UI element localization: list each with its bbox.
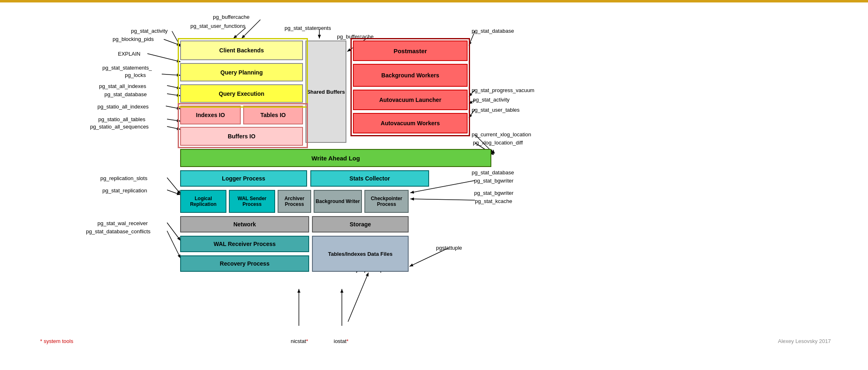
label-pg-stat-activity-left: pg_stat_activity [131, 28, 168, 34]
recovery-box: Recovery Process [180, 255, 309, 272]
shared-buffers-box: Shared Buffers [305, 41, 346, 143]
svg-line-12 [167, 119, 181, 121]
footer-author: Alexey Lesovsky 2017 [778, 338, 831, 344]
wal-sender-box: WAL Sender Process [229, 190, 275, 213]
svg-line-9 [167, 86, 181, 88]
autovac-launcher-label: Autovacuum Launcher [379, 97, 441, 103]
wal-label: Write Ahead Log [312, 155, 360, 162]
client-backends-box: Client Backends [180, 41, 303, 60]
label-pg-stat-kcache: pg_stat_kcache [475, 198, 512, 204]
label-pg-stat-all-indexes: pg_stat_all_indexes [99, 83, 146, 89]
label-explain: EXPLAIN [118, 51, 140, 57]
svg-line-26 [410, 199, 475, 200]
label-pg-xlog-diff: pg_xlog_location_diff [473, 140, 523, 146]
svg-line-14 [167, 178, 181, 194]
tables-indexes-box: Tables/Indexes Data Files [312, 236, 409, 272]
label-pg-stat-bgwriter2: pg_stat_bgwriter [474, 190, 513, 196]
svg-line-11 [166, 106, 181, 109]
svg-line-34 [348, 273, 368, 322]
buffers-io-box: Buffers IO [180, 127, 303, 146]
label-pg-stat-wal-receiver: pg_stat_wal_receiver [97, 220, 148, 226]
label-pg-stat-database-right2: pg_stat_database [472, 169, 514, 176]
checkpointer-box: Checkpointer Process [364, 190, 409, 213]
shared-buffers-label: Shared Buffers [307, 89, 345, 95]
label-pg-stat-database-left: pg_stat_database [104, 91, 147, 97]
label-pg-stat-all-tables: pg_buffercache [213, 14, 249, 20]
wal-box: Write Ahead Log [180, 149, 491, 167]
postmaster-label: Postmaster [393, 47, 427, 54]
label-pg-stat-replication: pg_stat_replication [102, 187, 147, 194]
label-pg-replication-slots: pg_replication_slots [100, 175, 147, 181]
svg-line-3 [172, 31, 181, 47]
query-planning-box: Query Planning [180, 63, 303, 81]
checkpointer-label: Checkpointer Process [365, 196, 408, 207]
bg-writer-label: Background Writer [316, 199, 360, 204]
postmaster-box: Postmaster [353, 41, 468, 61]
background-workers-label: Background Workers [381, 72, 439, 79]
query-execution-box: Query Execution [180, 84, 303, 103]
autovac-launcher-box: Autovacuum Launcher [353, 90, 468, 110]
svg-line-17 [167, 231, 181, 258]
tables-io-label: Tables IO [260, 112, 286, 118]
label-pg-stat-bgwriter1: pg_stat_bgwriter [474, 178, 513, 184]
bg-writer-box: Background Writer [314, 190, 362, 213]
svg-line-4 [233, 28, 246, 38]
label-pg-stat-statements: pg_stat_statements_ [102, 65, 152, 71]
label-pg-stat-progress-vacuum: pg_stat_progress_vacuum [472, 87, 534, 93]
label-pg-stat-activity-right: pg_stat_activity [473, 97, 510, 103]
label-pg-stat-database-right: pg_stat_database [472, 28, 514, 34]
label-pg-stat-statements-top: pg_stat_statements [285, 25, 331, 31]
indexes-io-label: Indexes IO [196, 112, 225, 118]
label-pg-blocking-pids: pg_blocking_pids [113, 36, 154, 42]
autovac-workers-box: Autovacuum Workers [353, 113, 468, 133]
svg-line-7 [147, 54, 181, 62]
label-pg-locks: pg_locks [125, 72, 146, 78]
svg-line-15 [167, 190, 181, 195]
svg-line-13 [167, 126, 181, 129]
svg-line-6 [164, 39, 181, 45]
label-pg-statio-all-tables: pg_statio_all_tables [98, 116, 145, 122]
label-pg-buffercache: pg_buffercache [337, 34, 373, 40]
buffers-io-label: Buffers IO [228, 133, 255, 140]
tables-indexes-label: Tables/Indexes Data Files [328, 251, 392, 257]
autovac-workers-label: Autovacuum Workers [381, 120, 440, 126]
logical-rep-label: Logical Replication [181, 196, 226, 207]
background-workers-box: Background Workers [353, 64, 468, 87]
recovery-label: Recovery Process [220, 260, 269, 267]
footer-iostat: iostat* [334, 338, 348, 344]
stats-collector-label: Stats Collector [350, 175, 390, 182]
logical-replication-box: Logical Replication [180, 190, 226, 213]
tables-io-box: Tables IO [243, 106, 303, 124]
svg-line-16 [167, 223, 181, 241]
label-pg-statio-all-indexes: pg_statio_all_indexes [97, 104, 149, 110]
footer-nicstat: nicstat* [291, 338, 308, 344]
storage-box: Storage [312, 216, 409, 232]
label-pg-stat-database-conflicts: pg_stat_database_conflicts [86, 228, 151, 235]
query-planning-label: Query Planning [220, 69, 262, 76]
wal-receiver-box: WAL Receiver Process [180, 236, 309, 252]
network-box: Network [180, 216, 309, 232]
network-label: Network [233, 221, 256, 228]
label-pg-stat-user-tables: pg_stat_user_tables [472, 107, 520, 113]
label-pgstattuple: pgstattuple [436, 245, 462, 251]
wal-receiver-label: WAL Receiver Process [214, 241, 276, 247]
indexes-io-box: Indexes IO [180, 106, 241, 124]
label-pg-stat-user-functions: pg_stat_user_functions [190, 23, 245, 29]
footer-system-tools: * system tools [40, 338, 73, 344]
svg-line-10 [167, 94, 181, 96]
wal-sender-label: WAL Sender Process [230, 196, 274, 207]
storage-label: Storage [350, 221, 371, 228]
label-pg-current-xlog: pg_current_xlog_location [472, 131, 531, 138]
label-pg-statio-all-sequences: pg_statio_all_sequences [90, 124, 149, 130]
query-execution-label: Query Execution [219, 90, 264, 97]
logger-box: Logger Process [180, 170, 307, 187]
archiver-label: Archiver Process [278, 196, 310, 207]
stats-collector-box: Stats Collector [310, 170, 429, 187]
logger-label: Logger Process [222, 175, 265, 182]
archiver-box: Archiver Process [278, 190, 311, 213]
client-backends-label: Client Backends [219, 47, 264, 54]
svg-line-8 [162, 74, 181, 75]
svg-line-2 [242, 20, 260, 38]
